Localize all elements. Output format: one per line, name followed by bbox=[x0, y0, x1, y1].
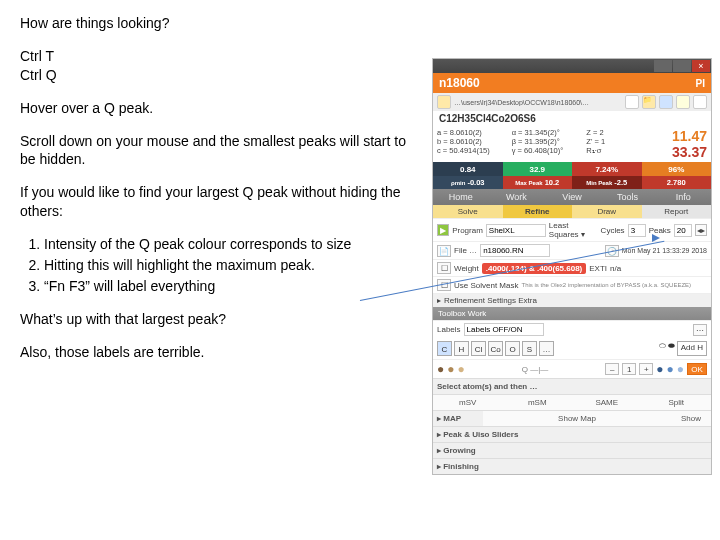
peaks-stepper[interactable]: ◂▸ bbox=[695, 224, 707, 236]
menu-view[interactable]: View bbox=[544, 189, 600, 205]
q-minus[interactable]: – bbox=[605, 363, 619, 375]
list-item: Hitting this will highlight the maximum … bbox=[44, 256, 420, 275]
file-input[interactable] bbox=[480, 244, 550, 257]
h-ball-icon[interactable]: ● bbox=[677, 362, 684, 376]
titlebar: × bbox=[433, 59, 711, 73]
menu-info[interactable]: Info bbox=[655, 189, 711, 205]
labels-select[interactable] bbox=[464, 323, 544, 336]
shortcut-ctrl-t: Ctrl T bbox=[20, 48, 54, 64]
elem-more[interactable]: … bbox=[539, 341, 554, 356]
h-ball-icon[interactable]: ● bbox=[667, 362, 674, 376]
growing-row[interactable]: ▸ Growing bbox=[433, 442, 711, 458]
h-ball-icon[interactable]: ● bbox=[656, 362, 663, 376]
x-icon[interactable] bbox=[693, 95, 707, 109]
stat: α = 31.345(2)° bbox=[512, 128, 581, 137]
q-slider[interactable]: Q —|— bbox=[468, 365, 603, 374]
q-value: 1 bbox=[622, 363, 636, 375]
stat: a = 8.0610(2) bbox=[437, 128, 506, 137]
map-row: ▸ MAP Show Map Show bbox=[433, 410, 711, 426]
iso-button[interactable]: ⬭ bbox=[659, 341, 666, 356]
exti-value: n/a bbox=[610, 264, 621, 273]
q-plus[interactable]: + bbox=[639, 363, 653, 375]
menu-work[interactable]: Work bbox=[489, 189, 545, 205]
timestamp: Mon May 21 13:33:29 2018 bbox=[622, 247, 707, 254]
msm-button[interactable]: mSM bbox=[503, 395, 573, 410]
element-row: C H Cl Co O S … ⬭ ⬬ Add H bbox=[433, 338, 711, 359]
lbl: Use Solvent Mask bbox=[454, 281, 518, 290]
ind: -2.5 bbox=[614, 178, 627, 187]
elem-co[interactable]: Co bbox=[488, 341, 503, 356]
mask-desc: This is the Olex2 implementation of BYPA… bbox=[521, 282, 691, 288]
ok-button[interactable]: OK bbox=[687, 363, 707, 375]
run-icon[interactable]: ▶ bbox=[437, 224, 449, 236]
instruction-hover: Hover over a Q peak. bbox=[20, 99, 420, 118]
tab-refine[interactable]: Refine bbox=[503, 205, 573, 218]
file-path: …\users\lrj34\Desktop\OCCW18\n18060\… bbox=[454, 99, 622, 106]
path-bar: …\users\lrj34\Desktop\OCCW18\n18060\… 📁 bbox=[433, 93, 711, 111]
program-select[interactable] bbox=[486, 224, 546, 237]
q-peak-row: ● ● ● Q —|— – 1 + ● ● ● OK bbox=[433, 359, 711, 378]
pi-label: PI bbox=[696, 78, 705, 89]
select-buttons: mSV mSM SAME Split bbox=[433, 394, 711, 410]
lbl: Labels bbox=[437, 325, 461, 334]
elem-s[interactable]: S bbox=[522, 341, 537, 356]
structure-id: n18060 bbox=[439, 76, 480, 90]
finishing-row[interactable]: ▸ Finishing bbox=[433, 458, 711, 474]
q-ball-icon[interactable]: ● bbox=[437, 362, 444, 376]
ind: 32.9 bbox=[503, 162, 573, 176]
tab-draw[interactable]: Draw bbox=[572, 205, 642, 218]
indicator-bar-1: 0.84 32.9 7.24% 96% bbox=[433, 162, 711, 176]
cycles-input[interactable] bbox=[628, 224, 646, 237]
labels-tool-icon[interactable]: ⋯ bbox=[693, 324, 707, 336]
labels-row: Labels ⋯ bbox=[433, 320, 711, 338]
comment-labels: Also, those labels are terrible. bbox=[20, 343, 420, 362]
menu-bar: Home Work View Tools Info bbox=[433, 189, 711, 205]
elem-h[interactable]: H bbox=[454, 341, 469, 356]
instruction-largest: If you would like to find your largest Q… bbox=[20, 183, 420, 221]
ind: 10.2 bbox=[545, 178, 560, 187]
tool-icon[interactable] bbox=[625, 95, 639, 109]
map-chev[interactable]: ▸ MAP bbox=[433, 411, 483, 426]
method-select[interactable]: Least Squares ▾ bbox=[549, 221, 598, 239]
file-icon[interactable]: 📄 bbox=[437, 245, 451, 257]
lbl: EXTI bbox=[589, 264, 607, 273]
chevron-right-icon: ▸ bbox=[437, 430, 441, 439]
ind: -0.03 bbox=[467, 178, 484, 187]
menu-tools[interactable]: Tools bbox=[600, 189, 656, 205]
same-button[interactable]: SAME bbox=[572, 395, 642, 410]
q-ball-icon[interactable]: ● bbox=[447, 362, 454, 376]
weight-value[interactable]: .4000(.124) & .400(65.608) bbox=[482, 263, 587, 274]
lbl: Refinement Settings Extra bbox=[444, 296, 537, 305]
ind: 7.24% bbox=[572, 162, 642, 176]
add-h-button[interactable]: Add H bbox=[677, 341, 707, 356]
show-button[interactable]: Show bbox=[671, 411, 711, 426]
note-icon[interactable] bbox=[659, 95, 673, 109]
settings-row[interactable]: ▸ Refinement Settings Extra bbox=[433, 293, 711, 307]
menu-home[interactable]: Home bbox=[433, 189, 489, 205]
elem-c[interactable]: C bbox=[437, 341, 452, 356]
submenu-bar: Solve Refine Draw Report bbox=[433, 205, 711, 218]
minimize-button[interactable] bbox=[654, 60, 672, 72]
q-ball-icon[interactable]: ● bbox=[458, 362, 465, 376]
cell-stats: a = 8.0610(2) b = 8.0610(2) c = 50.4914(… bbox=[433, 126, 711, 162]
elem-cl[interactable]: Cl bbox=[471, 341, 486, 356]
ind: 0.84 bbox=[433, 162, 503, 176]
tab-solve[interactable]: Solve bbox=[433, 205, 503, 218]
checkbox[interactable]: ☐ bbox=[437, 262, 451, 274]
folder-icon[interactable] bbox=[437, 95, 451, 109]
tab-report[interactable]: Report bbox=[642, 205, 712, 218]
peak-slider-row[interactable]: ▸ Peak & Uiso Sliders bbox=[433, 426, 711, 442]
stat: γ = 60.408(10)° bbox=[512, 146, 581, 155]
maximize-button[interactable] bbox=[673, 60, 691, 72]
peaks-input[interactable] bbox=[674, 224, 692, 237]
elem-o[interactable]: O bbox=[505, 341, 520, 356]
msv-button[interactable]: mSV bbox=[433, 395, 503, 410]
open-folder-icon[interactable]: 📁 bbox=[642, 95, 656, 109]
close-button[interactable]: × bbox=[692, 60, 710, 72]
warn-icon[interactable] bbox=[676, 95, 690, 109]
ind: 2.780 bbox=[667, 178, 686, 187]
file-row: 📄 File … 🕑 Mon May 21 13:33:29 2018 bbox=[433, 241, 711, 259]
split-button[interactable]: Split bbox=[642, 395, 712, 410]
aniso-button[interactable]: ⬬ bbox=[668, 341, 675, 356]
show-map-button[interactable]: Show Map bbox=[483, 411, 671, 426]
